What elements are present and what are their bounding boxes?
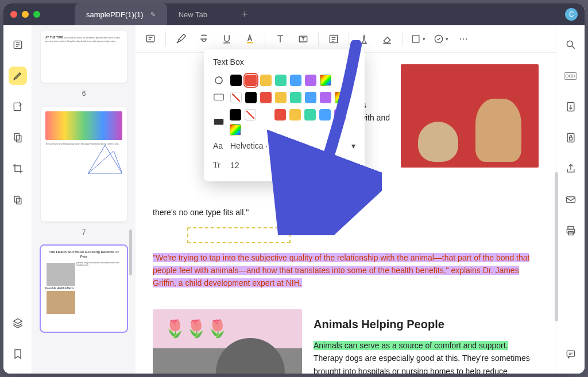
pen-tool[interactable]: [354, 29, 374, 49]
color-swatch[interactable]: [305, 75, 316, 86]
ocr-icon[interactable]: OCR: [562, 67, 580, 85]
tab-new[interactable]: New Tab: [167, 3, 219, 25]
color-swatch[interactable]: [275, 75, 287, 86]
popup-title: Text Box: [213, 57, 355, 67]
comment-icon[interactable]: [562, 345, 580, 363]
thumbnail-scrollbar[interactable]: [129, 230, 132, 275]
border-color-swatches: [230, 109, 355, 135]
shape-tool[interactable]: ▾: [407, 29, 428, 49]
highlighter-icon[interactable]: [9, 67, 27, 85]
note-icon[interactable]: [140, 29, 161, 49]
search-icon[interactable]: [562, 36, 580, 54]
strikethrough-tool[interactable]: [194, 29, 214, 49]
color-swatch[interactable]: [245, 109, 256, 121]
color-swatch[interactable]: [290, 92, 301, 103]
color-swatch[interactable]: [304, 109, 316, 121]
color-swatch[interactable]: [230, 124, 241, 135]
doc-text: there's no one type fits all.": [153, 206, 539, 219]
thumb-page-6[interactable]: AT THE TIME lorem ipsum dolor sit amet t…: [41, 31, 127, 83]
reader-icon[interactable]: [9, 36, 27, 54]
fill-color-icon: [213, 93, 225, 102]
bookmark-icon[interactable]: [9, 345, 27, 363]
stamp-tool[interactable]: ▾: [430, 29, 451, 49]
share-icon[interactable]: [562, 160, 580, 178]
color-swatch[interactable]: [245, 75, 257, 86]
color-swatch[interactable]: [260, 92, 272, 103]
size-label: Tr: [213, 161, 225, 170]
font-label: Aa: [213, 141, 225, 150]
svg-rect-2: [14, 134, 19, 141]
minimize-window[interactable]: [22, 11, 29, 18]
color-swatch[interactable]: [260, 75, 272, 86]
increase-size[interactable]: +: [339, 157, 355, 173]
color-swatch[interactable]: [245, 92, 257, 103]
highlight-tool[interactable]: [171, 29, 191, 49]
font-size-value[interactable]: 12: [230, 161, 312, 170]
text-color-swatches: [230, 75, 331, 86]
titlebar: samplePDF(1)(1) ✎ New Tab + C: [3, 3, 585, 25]
pencil-icon[interactable]: ✎: [150, 11, 156, 18]
color-swatch[interactable]: [320, 75, 331, 86]
avatar[interactable]: C: [565, 8, 578, 21]
underline-tool[interactable]: [216, 29, 237, 49]
annotation-toolbar: ▾ ▾ ⋯: [136, 25, 556, 53]
svg-rect-3: [16, 135, 21, 142]
color-swatch[interactable]: [260, 109, 271, 121]
color-swatch[interactable]: [230, 92, 242, 103]
left-toolbar: [3, 25, 32, 374]
color-swatch[interactable]: [334, 109, 346, 121]
layers-icon[interactable]: [9, 314, 27, 332]
close-window[interactable]: [10, 11, 17, 18]
color-swatch[interactable]: [319, 109, 331, 121]
scrollbar[interactable]: [555, 172, 558, 321]
textbox-tool[interactable]: [293, 29, 314, 49]
copy-icon[interactable]: [9, 191, 27, 209]
maximize-window[interactable]: [33, 11, 40, 18]
pages-icon[interactable]: [9, 129, 27, 147]
form-tool[interactable]: [323, 29, 344, 49]
decrease-size[interactable]: −: [318, 157, 334, 173]
more-tool[interactable]: ⋯: [453, 29, 474, 49]
svg-rect-14: [567, 134, 574, 142]
color-swatch[interactable]: [274, 109, 286, 121]
new-tab-button[interactable]: +: [242, 9, 248, 21]
svg-rect-20: [567, 351, 574, 356]
color-swatch[interactable]: [230, 75, 242, 86]
eraser-tool[interactable]: [377, 29, 397, 49]
window-controls: [10, 11, 40, 18]
highlighted-text: Animals can serve as a source of comfort…: [314, 341, 508, 350]
print-icon[interactable]: [562, 221, 580, 240]
svg-rect-10: [412, 36, 419, 42]
svg-rect-23: [214, 119, 223, 125]
svg-rect-22: [214, 94, 224, 100]
svg-rect-17: [568, 227, 574, 230]
highlighted-quote: "We're trying to tap into the subjective…: [153, 253, 529, 288]
textbox-placeholder[interactable]: [187, 227, 291, 243]
color-swatch[interactable]: [320, 92, 331, 103]
lock-icon[interactable]: [562, 129, 580, 147]
text-color-tool[interactable]: [239, 29, 260, 49]
page-number: 6: [82, 90, 86, 98]
cat-image: 🌷🌷🌷: [153, 309, 302, 374]
font-select[interactable]: Helvetica · Regular▾: [230, 141, 355, 150]
crop-icon[interactable]: [9, 160, 27, 178]
tab-active[interactable]: samplePDF(1)(1) ✎: [75, 3, 167, 25]
mail-icon[interactable]: [562, 191, 580, 209]
color-swatch[interactable]: [289, 109, 301, 121]
svg-rect-5: [16, 199, 21, 204]
color-swatch[interactable]: [290, 75, 301, 86]
fill-color-swatches: [230, 92, 346, 103]
border-color-icon: [213, 118, 224, 127]
tab-title: New Tab: [179, 10, 207, 19]
thumb-page-7[interactable]: Tiny preview text lines going down the p…: [41, 107, 127, 221]
color-swatch[interactable]: [335, 92, 346, 103]
annotate-icon[interactable]: [9, 98, 27, 116]
convert-icon[interactable]: [562, 98, 580, 116]
color-swatch[interactable]: [305, 92, 316, 103]
svg-point-12: [567, 41, 572, 46]
svg-rect-7: [247, 42, 253, 44]
thumb-page-8[interactable]: The Health and Mood-Boosting Benefits of…: [41, 246, 127, 332]
color-swatch[interactable]: [275, 92, 287, 103]
text-tool[interactable]: [270, 29, 291, 49]
color-swatch[interactable]: [230, 109, 241, 121]
